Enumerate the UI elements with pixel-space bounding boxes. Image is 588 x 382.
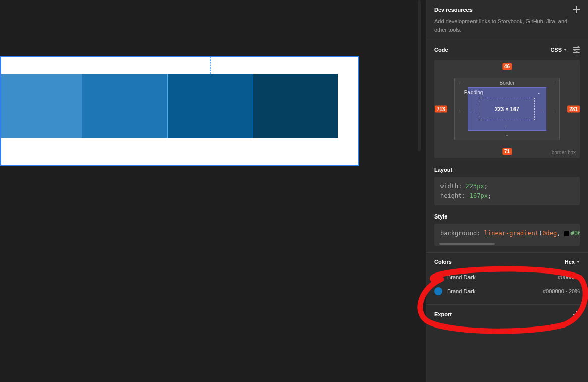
- color-swatch-inline: [564, 231, 569, 236]
- box-sizing-label: border-box: [552, 150, 576, 155]
- dev-resources-title: Dev resources: [434, 7, 473, 13]
- color-dot: [434, 287, 442, 295]
- swatch-4[interactable]: [253, 74, 338, 138]
- color-value: #000000 · 20%: [543, 288, 580, 294]
- design-canvas[interactable]: [0, 0, 422, 382]
- section-layout: Layout width: 223px; height: 167px;: [426, 165, 588, 211]
- section-style: Style background: linear-gradient(0deg, …: [426, 211, 588, 252]
- horizontal-scrollbar[interactable]: [439, 243, 495, 245]
- color-name: Brand Dark: [447, 288, 476, 294]
- margin-bottom-badge: 71: [502, 148, 512, 155]
- padding-label: Padding: [464, 90, 483, 95]
- canvas-scrollbar[interactable]: [418, 0, 421, 151]
- code-language-label: CSS: [550, 47, 562, 53]
- padding-box: Padding - - - - 223 × 167: [468, 87, 546, 131]
- guide-vertical: [210, 57, 211, 74]
- section-dev-resources: Dev resources Add development links to S…: [426, 0, 588, 40]
- section-colors: Colors Hex Brand Dark #0068A3 Brand Dark…: [426, 253, 588, 304]
- code-title: Code: [434, 47, 448, 53]
- dev-resources-desc: Add development links to Storybook, GitH…: [434, 17, 580, 34]
- add-dev-resource-button[interactable]: [573, 6, 580, 13]
- color-format-select[interactable]: Hex: [565, 259, 580, 265]
- color-row-1[interactable]: Brand Dark #000000 · 20%: [434, 284, 580, 298]
- color-dot: [434, 273, 442, 281]
- style-code[interactable]: background: linear-gradient(0deg, #000 0: [434, 224, 580, 246]
- inspector-panel: Dev resources Add development links to S…: [426, 0, 588, 382]
- border-box: Border - - - - - Padding - - - - 223 × 1…: [454, 78, 560, 140]
- code-settings-button[interactable]: [573, 46, 580, 53]
- border-label: Border: [499, 80, 514, 86]
- code-language-select[interactable]: CSS: [550, 47, 567, 53]
- color-value: #0068A3: [558, 274, 580, 280]
- style-title: Style: [434, 213, 580, 220]
- box-model-diagram[interactable]: 46 71 713 281 - - Border - - - - - Paddi…: [434, 60, 580, 158]
- margin-left-badge: 713: [435, 106, 447, 113]
- add-export-button[interactable]: [573, 311, 580, 318]
- swatch-2[interactable]: [82, 74, 167, 138]
- color-row-0[interactable]: Brand Dark #0068A3: [434, 270, 580, 284]
- selected-frame[interactable]: [0, 56, 359, 166]
- layout-code[interactable]: width: 223px; height: 167px;: [434, 177, 580, 205]
- color-format-label: Hex: [565, 259, 575, 265]
- layout-title: Layout: [434, 167, 580, 173]
- content-size: 223 × 167: [480, 98, 535, 120]
- export-title: Export: [434, 311, 452, 317]
- swatch-3-selected[interactable]: [167, 74, 253, 138]
- swatch-row: [1, 74, 338, 138]
- margin-right-badge: 281: [567, 106, 580, 113]
- swatch-1[interactable]: [1, 74, 82, 138]
- color-name: Brand Dark: [447, 274, 476, 280]
- chevron-down-icon: [577, 261, 580, 263]
- section-export: Export: [426, 305, 588, 324]
- chevron-down-icon: [564, 49, 567, 51]
- margin-top-badge: 46: [502, 63, 512, 70]
- section-code: Code CSS 46 71 713 281 - -: [426, 40, 588, 165]
- colors-title: Colors: [434, 259, 452, 265]
